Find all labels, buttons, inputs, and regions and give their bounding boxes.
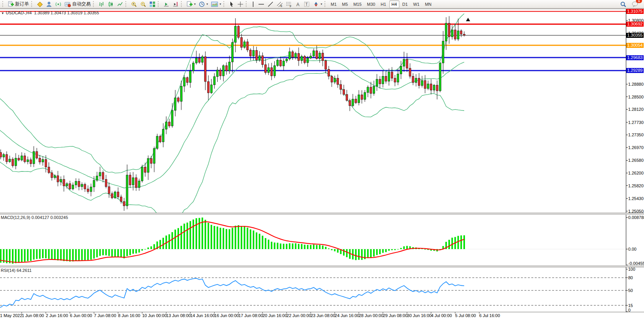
macd-histogram-bar xyxy=(84,249,86,260)
channel-tool-button[interactable]: E xyxy=(275,0,284,8)
toolbar-grip[interactable] xyxy=(2,1,5,7)
time-axis-label: 7 Jun 08:00 xyxy=(94,313,117,318)
auto-trading-button[interactable]: 自动交易 xyxy=(63,0,92,8)
macd-tick-label: 0.008788 xyxy=(628,215,644,220)
macd-histogram-bar xyxy=(114,249,116,257)
macd-histogram-bar xyxy=(292,243,293,249)
search-button[interactable] xyxy=(619,0,628,8)
timeframe-button-m15[interactable]: M15 xyxy=(351,0,364,8)
macd-histogram-bar xyxy=(27,249,29,261)
navigator-button[interactable] xyxy=(44,0,54,8)
candle-up xyxy=(27,160,29,162)
macd-histogram-bar xyxy=(162,238,164,249)
chart-shift-button[interactable] xyxy=(171,0,180,8)
toolbar-grip[interactable] xyxy=(125,1,128,7)
candlestick-mode-button[interactable] xyxy=(106,0,115,8)
market-watch-button[interactable] xyxy=(35,0,44,8)
up-arrow-marker[interactable] xyxy=(466,18,470,21)
line-chart-mode-button[interactable] xyxy=(115,0,125,8)
candle-down xyxy=(45,160,47,167)
macd-histogram-bar xyxy=(129,249,131,255)
notification-count-badge: 1 xyxy=(636,0,642,3)
macd-histogram-bar xyxy=(328,248,330,249)
svg-text:F: F xyxy=(290,5,291,7)
notifications-button[interactable]: 1 xyxy=(630,0,640,8)
macd-histogram-bar xyxy=(36,249,37,259)
timeframe-button-d1[interactable]: D1 xyxy=(400,0,410,8)
candle-up xyxy=(174,98,176,110)
toolbar-grip[interactable] xyxy=(181,1,183,7)
timeframe-button-m5[interactable]: M5 xyxy=(340,0,350,8)
arrows-tool-button[interactable]: ▾ xyxy=(311,0,324,8)
templates-button[interactable]: ▾ xyxy=(210,0,223,8)
macd-histogram-bar xyxy=(259,234,260,249)
macd-histogram-bar xyxy=(12,249,14,264)
periodicity-button[interactable]: ▾ xyxy=(197,0,210,8)
candle-down xyxy=(225,66,227,71)
timeframe-button-mn[interactable]: MN xyxy=(423,0,434,8)
chart-menu-icon[interactable]: ▼ xyxy=(1,12,4,15)
trendline-tool-button[interactable] xyxy=(266,0,275,8)
signals-button[interactable] xyxy=(54,0,63,8)
new-order-button[interactable]: 新订单 xyxy=(6,0,30,8)
timeframe-button-h1[interactable]: H1 xyxy=(378,0,388,8)
macd-histogram-bar xyxy=(424,249,426,249)
toolbar-grip[interactable] xyxy=(158,1,160,7)
macd-histogram-bar xyxy=(337,249,338,253)
candle-up xyxy=(228,62,230,71)
new-chart-button[interactable]: ▾ xyxy=(185,0,197,8)
timeframe-button-w1[interactable]: W1 xyxy=(411,0,422,8)
macd-histogram-bar xyxy=(346,249,348,257)
candle-up xyxy=(397,74,399,82)
candle-up xyxy=(54,176,56,178)
timeframe-button-h4[interactable]: H4 xyxy=(389,0,399,8)
auto-scroll-button[interactable] xyxy=(162,0,171,8)
text-tool-button[interactable]: A xyxy=(294,0,302,8)
candle-up xyxy=(195,58,197,63)
candle-down xyxy=(337,78,339,85)
fibonacci-tool-button[interactable]: F xyxy=(284,0,294,8)
toolbar-grip[interactable] xyxy=(31,1,34,7)
horizontal-line-tool-button[interactable] xyxy=(257,0,266,8)
macd-pane[interactable] xyxy=(0,217,626,263)
toolbar-grip[interactable] xyxy=(93,1,95,7)
candle-down xyxy=(238,26,240,37)
chart-canvas[interactable] xyxy=(0,8,644,319)
text-label-tool-button[interactable]: T xyxy=(302,0,311,8)
dropdown-caret-icon: ▾ xyxy=(206,2,208,6)
candle-up xyxy=(81,184,83,187)
macd-histogram-bar xyxy=(24,249,25,262)
timeframe-button-m1[interactable]: M1 xyxy=(328,0,339,8)
main-price-pane[interactable] xyxy=(0,12,626,221)
vertical-line-tool-button[interactable] xyxy=(250,0,257,8)
candle-up xyxy=(201,57,203,63)
rsi-pane[interactable] xyxy=(0,278,626,307)
toolbar-grip[interactable] xyxy=(325,1,327,7)
candle-down xyxy=(409,68,411,76)
zoom-in-button[interactable] xyxy=(129,0,139,8)
auto-trading-icon xyxy=(64,1,71,7)
macd-histogram-bar xyxy=(66,249,68,261)
toolbar-grip[interactable] xyxy=(223,1,226,7)
candle-down xyxy=(24,156,26,161)
macd-histogram-bar xyxy=(379,249,381,254)
macd-histogram-bar xyxy=(184,224,185,249)
candle-up xyxy=(193,63,194,71)
candle-up xyxy=(334,78,336,82)
cursor-tool-button[interactable] xyxy=(227,0,236,8)
macd-histogram-bar xyxy=(69,249,71,261)
macd-histogram-bar xyxy=(271,242,272,249)
timeframe-button-m30[interactable]: M30 xyxy=(365,0,377,8)
macd-histogram-bar xyxy=(87,249,89,260)
tile-windows-button[interactable] xyxy=(148,0,157,8)
zoom-out-button[interactable] xyxy=(139,0,148,8)
candle-down xyxy=(346,95,348,100)
crosshair-tool-button[interactable] xyxy=(236,0,245,8)
bar-chart-mode-button[interactable] xyxy=(97,0,106,8)
macd-histogram-bar xyxy=(214,226,215,249)
candle-up xyxy=(310,56,312,58)
toolbar-grip[interactable] xyxy=(246,1,248,7)
candle-down xyxy=(117,192,119,197)
rsi-indicator-value: 64.2611 xyxy=(17,268,32,273)
trendline-icon xyxy=(267,1,274,7)
